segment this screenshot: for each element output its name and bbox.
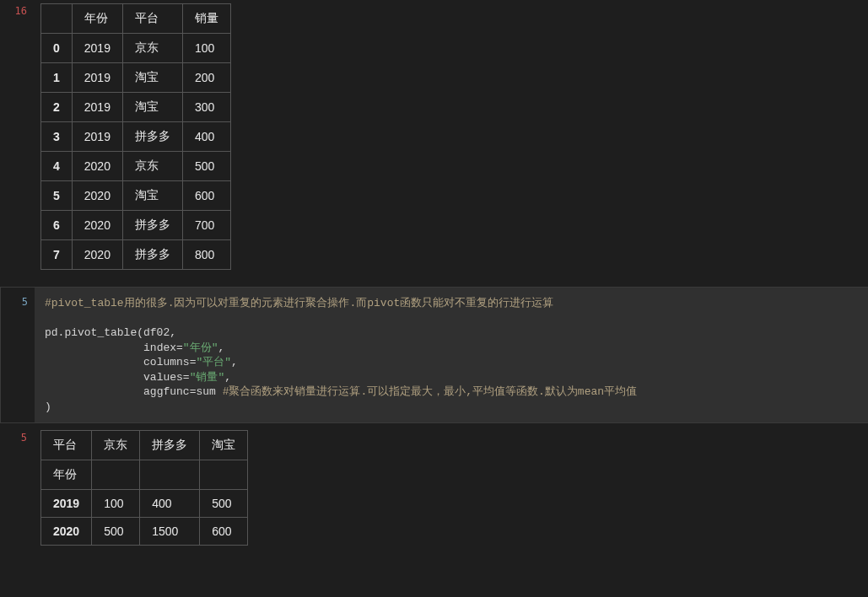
table-row: 2019100400500 [41,490,248,518]
dataframe-table-1: 年份 平台 销量 02019京东10012019淘宝20022019淘宝3003… [40,3,231,270]
row-index: 4 [41,152,73,181]
table-row: 20205001500600 [41,518,248,546]
table-row: 62020拼多多700 [41,211,231,240]
cell-sales: 600 [182,181,230,211]
cell-platform: 京东 [122,34,182,63]
code-comment: #pivot_table用的很多.因为可以对重复的元素进行聚合操作.而pivot… [45,297,553,309]
cell-year: 2019 [72,34,122,63]
pivot-col-2: 淘宝 [200,431,248,460]
pivot-col-1: 拼多多 [140,431,200,460]
cell-year: 2020 [72,181,122,211]
output-prompt-2: 5 [0,427,34,444]
cell-year: 2020 [72,240,122,270]
row-year: 2019 [41,490,92,518]
pivot-columns-row: 平台 京东 拼多多 淘宝 [41,431,248,460]
cell-sales: 300 [182,93,230,122]
table-row: 52020淘宝600 [41,181,231,211]
cell-value: 600 [200,518,248,546]
table-row: 12019淘宝200 [41,63,231,93]
cell-platform: 拼多多 [122,240,182,270]
cell-platform: 京东 [122,152,182,181]
cell-sales: 100 [182,34,230,63]
output-cell-2: 5 平台 京东 拼多多 淘宝 年份 2019100400500202050015… [0,427,868,549]
cell-platform: 淘宝 [122,181,182,211]
pivot-col-label: 平台 [41,431,92,460]
header-blank [41,4,73,34]
input-prompt: 5 [1,288,35,422]
cell-sales: 800 [182,240,230,270]
cell-platform: 淘宝 [122,63,182,93]
output-prompt-1: 16 [0,0,34,17]
cell-year: 2019 [72,122,122,152]
output-cell-1: 16 年份 平台 销量 02019京东10012019淘宝20022019淘宝3… [0,0,868,273]
output-area-1: 年份 平台 销量 02019京东10012019淘宝20022019淘宝3003… [34,0,868,273]
cell-year: 2020 [72,152,122,181]
cell-value: 500 [200,490,248,518]
header-year: 年份 [72,4,122,34]
cell-value: 1500 [140,518,200,546]
cell-sales: 700 [182,211,230,240]
row-index: 1 [41,63,73,93]
row-index: 6 [41,211,73,240]
code-editor[interactable]: #pivot_table用的很多.因为可以对重复的元素进行聚合操作.而pivot… [35,288,868,422]
cell-value: 400 [140,490,200,518]
dataframe-table-2: 平台 京东 拼多多 淘宝 年份 201910040050020205001500… [40,430,248,546]
row-index: 0 [41,34,73,63]
row-index: 5 [41,181,73,211]
cell-platform: 淘宝 [122,93,182,122]
cell-year: 2019 [72,63,122,93]
table-header-row: 年份 平台 销量 [41,4,231,34]
cell-sales: 400 [182,122,230,152]
table-row: 32019拼多多400 [41,122,231,152]
row-index: 3 [41,122,73,152]
pivot-row-label: 年份 [41,460,92,490]
cell-platform: 拼多多 [122,122,182,152]
cell-sales: 200 [182,63,230,93]
pivot-col-0: 京东 [92,431,140,460]
row-year: 2020 [41,518,92,546]
cell-year: 2019 [72,93,122,122]
table-row: 72020拼多多800 [41,240,231,270]
row-index: 7 [41,240,73,270]
table-row: 02019京东100 [41,34,231,63]
table-row: 22019淘宝300 [41,93,231,122]
output-area-2: 平台 京东 拼多多 淘宝 年份 201910040050020205001500… [34,427,868,549]
pivot-index-row: 年份 [41,460,248,490]
cell-platform: 拼多多 [122,211,182,240]
header-sales: 销量 [182,4,230,34]
cell-sales: 500 [182,152,230,181]
row-index: 2 [41,93,73,122]
header-platform: 平台 [122,4,182,34]
cell-year: 2020 [72,211,122,240]
code-cell[interactable]: 5 #pivot_table用的很多.因为可以对重复的元素进行聚合操作.而piv… [0,287,868,423]
cell-value: 500 [92,518,140,546]
table-row: 42020京东500 [41,152,231,181]
cell-value: 100 [92,490,140,518]
